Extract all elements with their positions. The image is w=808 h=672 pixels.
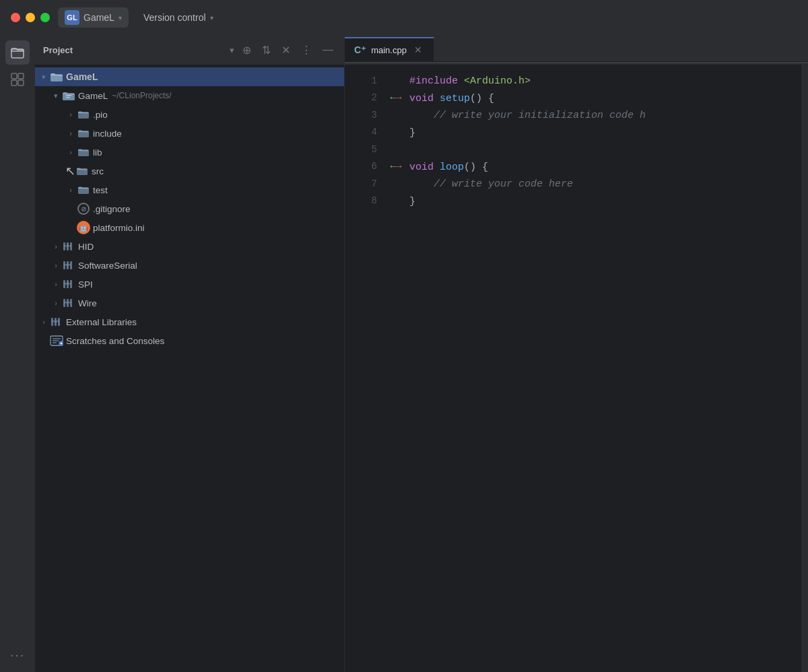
activity-item-folder[interactable] <box>5 40 30 65</box>
app-name: GameL <box>83 12 114 23</box>
project-chevron-icon: ▾ <box>230 45 234 55</box>
svg-rect-4 <box>18 80 24 86</box>
editor-area: C⁺ main.cpp ✕ 1 2 3 4 5 6 7 8 <box>345 35 808 672</box>
external-libraries-arrow-icon: › <box>38 318 50 326</box>
tree-item-softwareserial[interactable]: › SoftwareSerial <box>35 256 344 275</box>
code-editor[interactable]: 1 2 3 4 5 6 7 8 ← → ← <box>345 65 808 672</box>
tree-item-spi[interactable]: › SPI <box>35 275 344 294</box>
svg-rect-27 <box>64 283 71 285</box>
svg-rect-3 <box>11 80 17 86</box>
tree-item-src[interactable]: ↖ src <box>35 162 344 180</box>
tree-item-hid[interactable]: › HID <box>35 237 344 256</box>
svg-rect-6 <box>50 75 63 81</box>
expand-collapse-icon[interactable]: ⇅ <box>259 41 273 59</box>
gamel-project-folder-icon <box>62 90 75 101</box>
tree-item-test[interactable]: › test <box>35 180 344 199</box>
svg-rect-2 <box>18 73 24 79</box>
vc-chevron-icon: ▾ <box>210 14 213 22</box>
close-icon[interactable]: ✕ <box>279 41 293 59</box>
tree-item-wire[interactable]: › Wire <box>35 294 344 312</box>
test-arrow-icon: › <box>65 186 77 194</box>
editor-scrollbar[interactable] <box>801 65 808 672</box>
minimize-icon[interactable]: — <box>320 41 336 59</box>
tree-item-gamel-project[interactable]: ▾ GameL ~/CLionProjects/ <box>35 86 344 105</box>
tree-item-platformio[interactable]: 🤖 platformio.ini <box>35 218 344 237</box>
locate-icon[interactable]: ⊕ <box>240 41 254 59</box>
code-line-2: void setup () { <box>409 90 801 108</box>
activity-item-more[interactable]: ··· <box>5 642 30 667</box>
include-label: include <box>93 129 122 139</box>
wire-label: Wire <box>78 298 97 308</box>
traffic-lights <box>11 13 50 22</box>
pio-folder-icon <box>77 110 90 119</box>
svg-rect-0 <box>11 49 24 58</box>
softwareserial-label: SoftwareSerial <box>78 261 137 271</box>
svg-rect-19 <box>64 245 71 247</box>
code-line-5 <box>409 141 801 159</box>
svg-rect-9 <box>66 95 71 96</box>
spi-lib-icon <box>62 279 75 290</box>
tree-item-gitignore[interactable]: ⊘ .gitignore <box>35 199 344 218</box>
code-line-6: void loop () { <box>409 159 801 176</box>
gamel-project-label: GameL <box>78 91 108 101</box>
more-icon[interactable]: ⋮ <box>298 41 314 59</box>
code-line-4: } <box>409 125 801 142</box>
code-line-1: #include <Arduino.h> <box>409 73 801 90</box>
activity-item-widgets[interactable] <box>5 67 30 92</box>
sidebar: Project ▾ ⊕ ⇅ ✕ ⋮ — ▾ GameL <box>35 35 345 672</box>
maximize-button[interactable] <box>40 13 50 22</box>
root-arrow-icon: ▾ <box>38 73 50 81</box>
line-numbers: 1 2 3 4 5 6 7 8 <box>345 65 388 672</box>
tree-item-pio[interactable]: › .pio <box>35 105 344 124</box>
src-label: src <box>92 166 104 176</box>
version-control-label: Version control <box>143 12 206 23</box>
sidebar-header: Project ▾ ⊕ ⇅ ✕ ⋮ — <box>35 35 344 65</box>
close-button[interactable] <box>11 13 20 22</box>
editor-scroll-indicator <box>345 62 808 65</box>
test-label: test <box>93 185 108 195</box>
scratches-label: Scratches and Consoles <box>66 336 164 346</box>
svg-rect-10 <box>66 97 70 98</box>
svg-rect-1 <box>11 73 17 79</box>
tree-item-external-libraries[interactable]: › External Libraries <box>35 312 344 331</box>
softwareserial-arrow-icon: › <box>50 261 62 269</box>
code-content[interactable]: #include <Arduino.h> void setup () { // … <box>404 65 801 672</box>
svg-rect-23 <box>64 264 71 266</box>
svg-rect-31 <box>64 302 71 304</box>
tree-item-scratches[interactable]: Scratches and Consoles <box>35 331 344 350</box>
src-folder-icon <box>75 166 89 176</box>
hid-arrow-icon: › <box>50 242 62 250</box>
project-tree: ▾ GameL ▾ <box>35 65 344 672</box>
tree-item-lib[interactable]: › lib <box>35 143 344 162</box>
cpp-file-icon: C⁺ <box>354 44 366 55</box>
tab-main-cpp[interactable]: C⁺ main.cpp ✕ <box>345 37 434 61</box>
lib-folder-icon <box>77 147 90 157</box>
platformio-icon: 🤖 <box>77 221 90 234</box>
code-line-3: // write your initialization code h <box>409 107 801 125</box>
root-folder-icon <box>50 71 63 82</box>
main-content: ··· Project ▾ ⊕ ⇅ ✕ ⋮ — ▾ <box>0 35 808 672</box>
gamel-project-path: ~/CLionProjects/ <box>112 91 171 100</box>
app-icon: GL <box>65 10 79 25</box>
lib-label: lib <box>93 147 102 158</box>
activity-bar: ··· <box>0 35 35 672</box>
tree-root-gamel[interactable]: ▾ GameL <box>35 67 344 86</box>
gitignore-label: .gitignore <box>93 204 131 214</box>
app-chevron-icon: ▾ <box>119 14 122 22</box>
cursor-icon: ↖ <box>65 164 75 178</box>
tab-close-button[interactable]: ✕ <box>412 44 424 56</box>
pio-label: .pio <box>93 110 108 120</box>
tree-item-include[interactable]: › include <box>35 124 344 143</box>
lib-arrow-icon: › <box>65 148 77 156</box>
external-libraries-icon <box>50 316 63 327</box>
app-switcher[interactable]: GL GameL ▾ <box>58 7 129 28</box>
editor-tabs: C⁺ main.cpp ✕ <box>345 35 808 62</box>
version-control-button[interactable]: Version control ▾ <box>137 9 220 26</box>
softwareserial-lib-icon <box>62 260 75 271</box>
tab-filename: main.cpp <box>371 45 407 55</box>
sidebar-title: Project <box>43 45 224 55</box>
scratches-icon <box>50 335 63 347</box>
titlebar: GL GameL ▾ Version control ▾ <box>0 0 808 35</box>
minimize-button[interactable] <box>26 13 35 22</box>
svg-rect-35 <box>52 321 59 323</box>
